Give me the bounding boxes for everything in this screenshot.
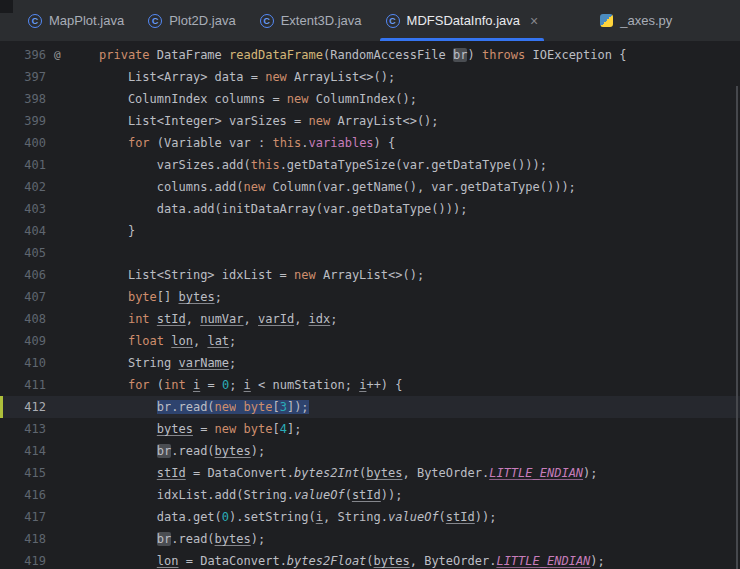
code-line-row: 406 List<String> idxList = new ArrayList… bbox=[0, 264, 740, 286]
code-token: )); bbox=[475, 510, 497, 524]
line-number[interactable]: 401 bbox=[0, 154, 46, 176]
gutter-spacer bbox=[46, 198, 99, 220]
line-number[interactable]: 418 bbox=[0, 528, 46, 550]
code-token: ( bbox=[345, 488, 352, 502]
code-token bbox=[99, 312, 128, 326]
code-line[interactable]: List<Array> data = new ArrayList<>(); bbox=[99, 66, 740, 88]
tab-close-icon[interactable]: × bbox=[530, 14, 538, 28]
tab-plot2d-java[interactable]: CPlot2D.java bbox=[136, 0, 247, 41]
code-line[interactable]: ColumnIndex columns = new ColumnIndex(); bbox=[99, 88, 740, 110]
code-token: , ByteOrder. bbox=[410, 554, 497, 568]
code-token: bytes bbox=[179, 290, 215, 304]
code-token: ); bbox=[590, 554, 604, 568]
code-line[interactable]: private DataFrame readDataFrame(RandomAc… bbox=[99, 44, 740, 66]
code-line[interactable]: lon = DataConvert.bytes2Float(bytes, Byt… bbox=[99, 550, 740, 569]
code-line[interactable]: data.add(initDataArray(var.getDataType()… bbox=[99, 198, 740, 220]
code-line[interactable]: columns.add(new Column(var.getName(), va… bbox=[99, 176, 740, 198]
code-token bbox=[236, 422, 243, 436]
code-token: new bbox=[215, 422, 237, 436]
line-number[interactable]: 400 bbox=[0, 132, 46, 154]
tab-label: _axes.py bbox=[620, 13, 672, 28]
line-number[interactable]: 415 bbox=[0, 462, 46, 484]
line-number[interactable]: 407 bbox=[0, 286, 46, 308]
line-number[interactable]: 411 bbox=[0, 374, 46, 396]
code-line-row: 408 int stId, numVar, varId, idx; bbox=[0, 308, 740, 330]
code-line[interactable] bbox=[99, 242, 740, 264]
code-line-row: 399 List<Integer> varSizes = new ArrayLi… bbox=[0, 110, 740, 132]
code-token: stId bbox=[157, 312, 186, 326]
line-number[interactable]: 417 bbox=[0, 506, 46, 528]
code-token: numVar bbox=[200, 312, 243, 326]
code-token: lon bbox=[171, 334, 193, 348]
scrollbar[interactable] bbox=[736, 86, 738, 569]
line-number[interactable]: 403 bbox=[0, 198, 46, 220]
tab-axes-py[interactable]: _axes.py bbox=[588, 0, 684, 41]
code-token: List<Array> data = bbox=[99, 70, 265, 84]
code-line-row: 401 varSizes.add(this.getDataTypeSize(va… bbox=[0, 154, 740, 176]
tab-extent3d-java[interactable]: CExtent3D.java bbox=[248, 0, 374, 41]
code-token: br bbox=[453, 48, 467, 62]
line-number[interactable]: 399 bbox=[0, 110, 46, 132]
code-line[interactable]: br.read(bytes); bbox=[99, 440, 740, 462]
code-token: i bbox=[316, 510, 323, 524]
line-number[interactable]: 410 bbox=[0, 352, 46, 374]
line-number[interactable]: 406 bbox=[0, 264, 46, 286]
code-line[interactable]: int stId, numVar, varId, idx; bbox=[99, 308, 740, 330]
code-line[interactable]: List<String> idxList = new ArrayList<>()… bbox=[99, 264, 740, 286]
line-number[interactable]: 416 bbox=[0, 484, 46, 506]
code-token: .read( bbox=[171, 444, 214, 458]
code-token: new bbox=[244, 180, 266, 194]
line-number[interactable]: 405 bbox=[0, 242, 46, 264]
line-number[interactable]: 412 bbox=[0, 396, 46, 418]
vcs-change-marker bbox=[0, 396, 3, 418]
code-token: bytes bbox=[366, 466, 402, 480]
java-class-icon: C bbox=[28, 14, 42, 28]
code-line[interactable]: br.read(new byte[3]); bbox=[99, 396, 740, 418]
code-line[interactable]: bytes = new byte[4]; bbox=[99, 418, 740, 440]
line-number[interactable]: 413 bbox=[0, 418, 46, 440]
code-token: valueOf bbox=[388, 510, 439, 524]
code-token: ) { bbox=[374, 136, 396, 150]
code-line[interactable]: varSizes.add(this.getDataTypeSize(var.ge… bbox=[99, 154, 740, 176]
code-line-row: 419 lon = DataConvert.bytes2Float(bytes,… bbox=[0, 550, 740, 569]
code-token: ); bbox=[251, 444, 265, 458]
code-token bbox=[186, 378, 193, 392]
code-line[interactable]: br.read(bytes); bbox=[99, 528, 740, 550]
code-token: String bbox=[99, 356, 178, 370]
line-number[interactable]: 396 bbox=[0, 44, 46, 66]
line-number[interactable]: 414 bbox=[0, 440, 46, 462]
line-number[interactable]: 409 bbox=[0, 330, 46, 352]
code-line-row: 397 List<Array> data = new ArrayList<>()… bbox=[0, 66, 740, 88]
code-line[interactable]: stId = DataConvert.bytes2Int(bytes, Byte… bbox=[99, 462, 740, 484]
line-number[interactable]: 398 bbox=[0, 88, 46, 110]
line-number[interactable]: 397 bbox=[0, 66, 46, 88]
code-token: stId bbox=[157, 466, 186, 480]
code-line[interactable]: data.get(0).setString(i, String.valueOf(… bbox=[99, 506, 740, 528]
code-line-row: 411 for (int i = 0; i < numStation; i++)… bbox=[0, 374, 740, 396]
code-line[interactable]: for (Variable var : this.variables) { bbox=[99, 132, 740, 154]
tab-mapplot-java[interactable]: CMapPlot.java bbox=[16, 0, 136, 41]
code-line[interactable]: String varName; bbox=[99, 352, 740, 374]
code-token: .read( bbox=[171, 400, 214, 414]
code-token: ArrayList<>(); bbox=[316, 268, 424, 282]
line-number[interactable]: 402 bbox=[0, 176, 46, 198]
code-token: int bbox=[128, 312, 150, 326]
code-token: this bbox=[272, 136, 301, 150]
code-line[interactable]: List<Integer> varSizes = new ArrayList<>… bbox=[99, 110, 740, 132]
line-number[interactable]: 408 bbox=[0, 308, 46, 330]
tab-label: Plot2D.java bbox=[169, 13, 235, 28]
code-token: this bbox=[251, 158, 280, 172]
code-token: ; bbox=[229, 378, 243, 392]
line-number[interactable]: 419 bbox=[0, 550, 46, 569]
tab-mdfsdatainfo-java[interactable]: CMDFSDataInfo.java× bbox=[374, 0, 551, 41]
code-line-row: 417 data.get(0).setString(i, String.valu… bbox=[0, 506, 740, 528]
code-line[interactable]: byte[] bytes; bbox=[99, 286, 740, 308]
code-line[interactable]: idxList.add(String.valueOf(stId)); bbox=[99, 484, 740, 506]
code-line[interactable]: } bbox=[99, 220, 740, 242]
code-line-row: 418 br.read(bytes); bbox=[0, 528, 740, 550]
code-token: ArrayList<>(); bbox=[330, 114, 438, 128]
code-line[interactable]: for (int i = 0; i < numStation; i++) { bbox=[99, 374, 740, 396]
code-line[interactable]: float lon, lat; bbox=[99, 330, 740, 352]
code-token: for bbox=[128, 378, 150, 392]
line-number[interactable]: 404 bbox=[0, 220, 46, 242]
